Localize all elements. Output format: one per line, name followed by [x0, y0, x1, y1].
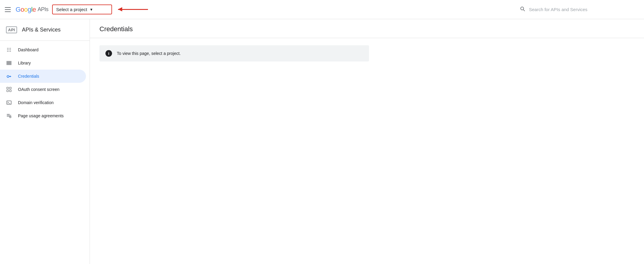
project-selector[interactable]: Select a project ▼	[52, 4, 112, 14]
oauth-icon	[6, 86, 12, 92]
search-bar[interactable]: Search for APIs and Services	[519, 6, 639, 13]
sidebar-item-dashboard-label: Dashboard	[18, 47, 39, 52]
info-banner-message: To view this page, select a project.	[117, 51, 181, 56]
page-usage-icon	[6, 113, 12, 119]
red-arrow-annotation	[118, 9, 148, 10]
google-letter-e: e	[32, 6, 36, 14]
sidebar-item-domain-label: Domain verification	[18, 100, 54, 105]
hamburger-menu-icon[interactable]	[5, 6, 12, 13]
content-area: Credentials i To view this page, select …	[90, 19, 644, 264]
api-badge: API	[6, 26, 17, 33]
google-letter-o1: o	[21, 6, 24, 14]
sidebar-divider	[0, 40, 90, 41]
svg-rect-9	[7, 61, 8, 65]
sidebar-item-library-label: Library	[18, 61, 31, 65]
svg-point-6	[10, 48, 11, 49]
dropdown-arrow-icon: ▼	[90, 8, 93, 12]
search-placeholder: Search for APIs and Services	[529, 7, 587, 12]
sidebar-item-page-usage[interactable]: Page usage agreements	[0, 109, 86, 122]
domain-icon	[6, 100, 12, 106]
sidebar-header: API APIs & Services	[0, 22, 90, 40]
svg-point-3	[7, 50, 8, 50]
search-icon	[519, 6, 525, 13]
sidebar-item-oauth-label: OAuth consent screen	[18, 87, 60, 92]
svg-point-8	[10, 51, 11, 52]
svg-rect-10	[8, 61, 9, 65]
project-selector-label: Select a project	[56, 7, 87, 12]
svg-point-0	[9, 50, 10, 50]
topbar: G o o g l e APIs Select a project ▼ Sear…	[0, 0, 644, 19]
content-header: Credentials	[90, 19, 644, 38]
svg-rect-15	[10, 87, 11, 89]
google-logo: G o o g l e APIs	[16, 6, 49, 14]
credentials-icon	[6, 73, 12, 79]
sidebar-item-dashboard[interactable]: Dashboard	[0, 43, 86, 56]
info-banner: i To view this page, select a project.	[99, 45, 369, 62]
svg-point-2	[9, 51, 10, 52]
svg-point-7	[7, 51, 8, 52]
svg-rect-17	[10, 90, 11, 92]
svg-rect-12	[10, 61, 11, 65]
svg-point-13	[7, 76, 9, 78]
sidebar-item-credentials[interactable]: Credentials	[0, 70, 86, 83]
google-letter-o2: o	[24, 6, 28, 14]
svg-point-1	[9, 48, 10, 49]
info-icon: i	[105, 50, 112, 57]
sidebar-item-domain[interactable]: Domain verification	[0, 96, 86, 109]
svg-point-4	[10, 50, 11, 50]
arrow-line	[118, 9, 148, 10]
svg-rect-16	[7, 90, 9, 92]
main-layout: API APIs & Services Dashboard	[0, 19, 644, 264]
library-icon	[6, 60, 12, 66]
svg-point-5	[7, 48, 8, 49]
dashboard-icon	[6, 47, 12, 53]
google-letter-g: G	[16, 6, 21, 14]
topbar-left: G o o g l e APIs Select a project ▼	[5, 4, 148, 14]
sidebar: API APIs & Services Dashboard	[0, 19, 90, 264]
google-apis-text: APIs	[37, 6, 49, 13]
content-body: i To view this page, select a project.	[90, 38, 644, 69]
google-letter-g2: g	[28, 6, 31, 14]
page-title: Credentials	[99, 25, 634, 33]
svg-rect-11	[9, 61, 10, 65]
svg-rect-14	[7, 87, 9, 89]
svg-rect-18	[7, 101, 11, 104]
sidebar-item-library[interactable]: Library	[0, 56, 86, 70]
sidebar-item-page-usage-label: Page usage agreements	[18, 113, 64, 118]
sidebar-item-oauth[interactable]: OAuth consent screen	[0, 83, 86, 96]
sidebar-title: APIs & Services	[22, 27, 61, 33]
sidebar-item-credentials-label: Credentials	[18, 74, 39, 79]
